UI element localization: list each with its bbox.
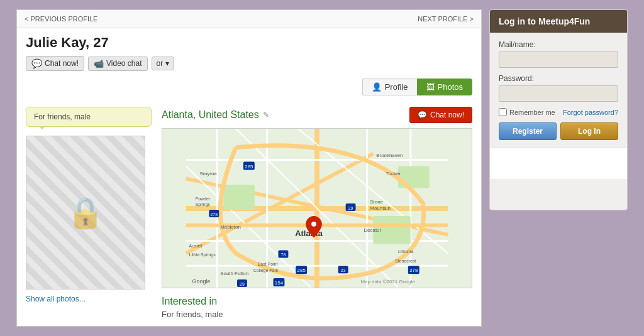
photos-tab-icon: 🖼 — [426, 82, 435, 92]
tab-photos[interactable]: 🖼 Photos — [417, 79, 472, 95]
more-options-dropdown[interactable]: or ▾ — [152, 57, 174, 70]
show-all-photos-link[interactable]: Show all photos... — [26, 295, 152, 303]
svg-text:29: 29 — [240, 282, 245, 286]
chat-now-label: Chat now! — [45, 59, 79, 68]
register-button[interactable]: Register — [499, 122, 557, 140]
mail-input[interactable] — [499, 51, 618, 68]
svg-text:78: 78 — [281, 252, 286, 257]
remember-label: Remember me — [499, 108, 555, 116]
main-profile-panel: < PREVIOUS PROFILE NEXT PROFILE > Julie … — [16, 9, 482, 327]
svg-text:Stone: Stone — [370, 199, 383, 205]
video-icon: 📹 — [94, 59, 104, 68]
prev-profile-link[interactable]: < PREVIOUS PROFILE — [25, 15, 97, 23]
profile-name: Julie Kay, 27 — [26, 35, 472, 51]
svg-text:Lithia Springs: Lithia Springs — [189, 252, 216, 257]
remember-text: Remember me — [509, 109, 555, 116]
login-buttons: Register Log In — [499, 122, 618, 140]
map-container: Smyrna Brookhaven Tucker Powder Springs … — [162, 128, 472, 288]
interested-section: Interested in For friends, male — [162, 296, 472, 319]
svg-text:285: 285 — [297, 268, 306, 273]
right-column: Atlanta, United States ✎ 💬 Chat now! — [152, 107, 472, 319]
photo-placeholder: 🔒 — [26, 136, 145, 290]
interested-text: For friends, male — [162, 310, 472, 319]
svg-text:278: 278 — [211, 212, 218, 217]
tab-profile[interactable]: 👤 Profile — [362, 79, 417, 95]
login-button[interactable]: Log In — [560, 122, 618, 140]
left-column: For friends, male 🔒 Show all photos... — [26, 107, 152, 319]
video-chat-button[interactable]: 📹 Video chat — [88, 57, 148, 71]
svg-text:Austell: Austell — [189, 244, 203, 248]
edit-location-icon[interactable]: ✎ — [263, 111, 269, 119]
location-label: Atlanta, United States — [162, 109, 259, 121]
login-title: Log in to Meetup4Fun — [499, 16, 590, 26]
location-row: Atlanta, United States ✎ 💬 Chat now! — [162, 107, 472, 123]
svg-text:Tucker: Tucker — [386, 171, 401, 176]
tagline-text: For friends, male — [34, 112, 91, 121]
svg-text:23: 23 — [341, 268, 346, 273]
tabs-row: 👤 Profile 🖼 Photos — [17, 79, 481, 100]
next-profile-link[interactable]: NEXT PROFILE > — [418, 15, 474, 23]
login-header: Log in to Meetup4Fun — [490, 10, 627, 33]
svg-text:154: 154 — [275, 280, 284, 286]
chat-now-right-label: Chat now! — [430, 111, 464, 119]
forgot-password-link[interactable]: Forgot password? — [563, 109, 618, 116]
location-text: Atlanta, United States ✎ — [162, 109, 269, 121]
profile-header: Julie Kay, 27 💬 Chat now! 📹 Video chat o… — [17, 28, 481, 79]
svg-text:Mountain: Mountain — [370, 205, 391, 211]
svg-text:Smyrna: Smyrna — [199, 171, 217, 176]
svg-text:29: 29 — [348, 206, 353, 210]
svg-text:Map data ©2021 Google: Map data ©2021 Google — [360, 279, 415, 285]
svg-point-57 — [311, 222, 316, 227]
svg-text:Brookhaven: Brookhaven — [376, 153, 402, 158]
password-input[interactable] — [499, 85, 618, 102]
svg-text:Decatur: Decatur — [364, 227, 381, 233]
svg-text:East Point: East Point — [258, 262, 278, 266]
profile-tab-label: Profile — [385, 82, 408, 92]
svg-text:Lithonia: Lithonia — [398, 249, 413, 254]
svg-text:Powder: Powder — [196, 197, 211, 201]
lock-icon: 🔒 — [67, 195, 104, 230]
svg-text:278: 278 — [409, 268, 418, 273]
profile-body: For friends, male 🔒 Show all photos... A… — [17, 100, 481, 325]
remember-row: Remember me Forgot password? — [499, 108, 618, 116]
chat-now-right-button[interactable]: 💬 Chat now! — [409, 107, 472, 123]
interested-title: Interested in — [162, 296, 472, 307]
remember-checkbox[interactable] — [499, 108, 507, 116]
chat-now-button[interactable]: 💬 Chat now! — [26, 56, 84, 71]
password-label: Password: — [499, 74, 618, 83]
tagline-bubble: For friends, male — [26, 107, 152, 127]
login-panel: Log in to Meetup4Fun Mail/name: Password… — [489, 9, 628, 210]
svg-text:Stonecrest: Stonecrest — [395, 259, 416, 263]
login-body: Mail/name: Password: Remember me Forgot … — [490, 33, 627, 179]
svg-rect-15 — [223, 185, 255, 210]
svg-text:Springs: Springs — [196, 202, 211, 207]
svg-text:Google: Google — [192, 278, 211, 285]
nav-bar: < PREVIOUS PROFILE NEXT PROFILE > — [17, 10, 481, 28]
svg-text:South Fulton: South Fulton — [220, 271, 248, 276]
mail-label: Mail/name: — [499, 40, 618, 49]
action-buttons: 💬 Chat now! 📹 Video chat or ▾ — [26, 56, 472, 71]
svg-text:College Park: College Park — [253, 268, 279, 273]
svg-text:Mableton: Mableton — [220, 224, 241, 230]
video-chat-label: Video chat — [106, 59, 142, 68]
chat-now-right-icon: 💬 — [418, 111, 427, 119]
profile-tab-icon: 👤 — [372, 82, 382, 92]
photos-tab-label: Photos — [438, 82, 463, 92]
chat-icon: 💬 — [31, 58, 42, 68]
login-footer — [490, 148, 627, 179]
svg-text:285: 285 — [245, 164, 253, 170]
